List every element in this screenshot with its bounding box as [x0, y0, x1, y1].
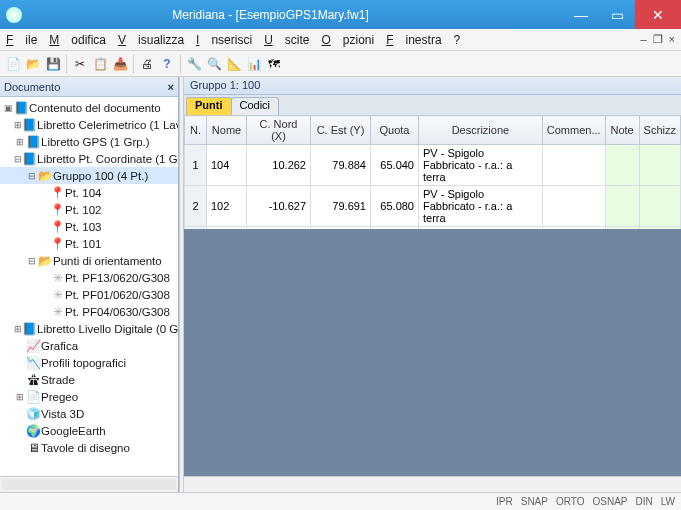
- cell-est[interactable]: 79.884: [311, 145, 371, 186]
- tree-pregeo[interactable]: ⊞📄Pregeo: [0, 388, 178, 405]
- menu-finestra[interactable]: Finestra: [386, 33, 441, 47]
- tree-pt-101[interactable]: 📍Pt. 101: [0, 235, 178, 252]
- cell-note[interactable]: [605, 186, 639, 227]
- mdi-minimize-icon[interactable]: –: [640, 33, 646, 46]
- document-tree[interactable]: ▣📘Contenuto del documento ⊞📘Libretto Cel…: [0, 97, 178, 476]
- tool5-icon[interactable]: 🗺: [265, 55, 283, 73]
- cell-nord[interactable]: -10.627: [247, 186, 311, 227]
- tree-pf04[interactable]: ✳Pt. PF04/0630/G308: [0, 303, 178, 320]
- cell-nome[interactable]: 102: [207, 186, 247, 227]
- paste-icon[interactable]: 📥: [111, 55, 129, 73]
- menu-help[interactable]: ?: [454, 33, 461, 47]
- star-icon: ✳: [50, 305, 65, 319]
- menu-inserisci[interactable]: Inserisci: [196, 33, 252, 47]
- cell-commenti[interactable]: [542, 186, 605, 227]
- tree-libretto-gps[interactable]: ⊞📘Libretto GPS (1 Grp.): [0, 133, 178, 150]
- cell-n[interactable]: 1: [185, 145, 207, 186]
- col-note[interactable]: Note: [605, 116, 639, 145]
- status-snap[interactable]: SNAP: [521, 496, 548, 507]
- cell-descrizione[interactable]: PV - Spigolo Fabbricato - r.a.: a terra: [419, 186, 543, 227]
- mdi-close-icon[interactable]: ×: [669, 33, 675, 46]
- tree-pf13[interactable]: ✳Pt. PF13/0620/G308: [0, 269, 178, 286]
- tree-grafica[interactable]: 📈Grafica: [0, 337, 178, 354]
- tab-punti[interactable]: Punti: [186, 97, 232, 115]
- menu-opzioni[interactable]: Opzioni: [321, 33, 374, 47]
- mdi-restore-icon[interactable]: ❐: [653, 33, 663, 46]
- tree-pt-102[interactable]: 📍Pt. 102: [0, 201, 178, 218]
- status-lw[interactable]: LW: [661, 496, 675, 507]
- menu-file[interactable]: File: [6, 33, 37, 47]
- cell-nome[interactable]: 104: [207, 145, 247, 186]
- status-orto[interactable]: ORTO: [556, 496, 585, 507]
- col-est[interactable]: C. Est (Y): [311, 116, 371, 145]
- cell-schizzi[interactable]: [639, 186, 680, 227]
- drawing-icon: 🖥: [26, 441, 41, 455]
- folder-open-icon: 📂: [38, 254, 53, 268]
- road-icon: 🛣: [26, 373, 41, 387]
- minimize-button[interactable]: —: [563, 0, 599, 29]
- col-descrizione[interactable]: Descrizione: [419, 116, 543, 145]
- document-panel-scrollbar[interactable]: [0, 476, 178, 492]
- status-ipr[interactable]: IPR: [496, 496, 513, 507]
- help-icon[interactable]: ?: [158, 55, 176, 73]
- toolbar: 📄 📂 💾 ✂ 📋 📥 🖨 ? 🔧 🔍 📐 📊 🗺: [0, 51, 681, 77]
- save-icon[interactable]: 💾: [44, 55, 62, 73]
- tree-googleearth[interactable]: 🌍GoogleEarth: [0, 422, 178, 439]
- status-din[interactable]: DIN: [636, 496, 653, 507]
- tree-punti-orientamento[interactable]: ⊟📂Punti di orientamento: [0, 252, 178, 269]
- tree-libretto-celerimetrico[interactable]: ⊞📘Libretto Celerimetrico (1 Lav.): [0, 116, 178, 133]
- document-panel-header: Documento ×: [0, 77, 178, 97]
- col-commenti[interactable]: Commen...: [542, 116, 605, 145]
- cell-note[interactable]: [605, 145, 639, 186]
- col-nome[interactable]: Nome: [207, 116, 247, 145]
- menubar: File Modifica Visualizza Inserisci Uscit…: [0, 29, 681, 51]
- pin-icon: 📍: [50, 237, 65, 251]
- maximize-button[interactable]: ▭: [599, 0, 635, 29]
- col-quota[interactable]: Quota: [371, 116, 419, 145]
- cell-quota[interactable]: 65.040: [371, 145, 419, 186]
- tool-icon[interactable]: 🔧: [185, 55, 203, 73]
- table-row[interactable]: 110410.26279.88465.040PV - Spigolo Fabbr…: [185, 145, 681, 186]
- cell-descrizione[interactable]: PV - Spigolo Fabbricato - r.a.: a terra: [419, 145, 543, 186]
- tree-root[interactable]: ▣📘Contenuto del documento: [0, 99, 178, 116]
- folder-open-icon: 📂: [38, 169, 53, 183]
- cell-est[interactable]: 79.691: [311, 186, 371, 227]
- cell-quota[interactable]: 65.080: [371, 186, 419, 227]
- tree-profili[interactable]: 📉Profili topografici: [0, 354, 178, 371]
- tool4-icon[interactable]: 📊: [245, 55, 263, 73]
- cell-n[interactable]: 2: [185, 186, 207, 227]
- open-icon[interactable]: 📂: [24, 55, 42, 73]
- tree-vista3d[interactable]: 🧊Vista 3D: [0, 405, 178, 422]
- cell-schizzi[interactable]: [639, 145, 680, 186]
- tree-pf01[interactable]: ✳Pt. PF01/0620/G308: [0, 286, 178, 303]
- content-scrollbar[interactable]: [184, 476, 681, 492]
- cut-icon[interactable]: ✂: [71, 55, 89, 73]
- menu-modifica[interactable]: Modifica: [49, 33, 106, 47]
- status-osnap[interactable]: OSNAP: [592, 496, 627, 507]
- tree-libretto-coordinate[interactable]: ⊟📘Libretto Pt. Coordinate (1 Grup.: [0, 150, 178, 167]
- print-icon[interactable]: 🖨: [138, 55, 156, 73]
- tree-libretto-livello[interactable]: ⊞📘Libretto Livello Digitale (0 Grup: [0, 320, 178, 337]
- tree-pt-103[interactable]: 📍Pt. 103: [0, 218, 178, 235]
- new-icon[interactable]: 📄: [4, 55, 22, 73]
- copy-icon[interactable]: 📋: [91, 55, 109, 73]
- cell-nord[interactable]: 10.262: [247, 145, 311, 186]
- globe-icon: 🌍: [26, 424, 41, 438]
- tab-codici[interactable]: Codici: [231, 97, 280, 115]
- close-button[interactable]: ✕: [635, 0, 681, 29]
- document-panel-close-icon[interactable]: ×: [168, 81, 174, 93]
- tool3-icon[interactable]: 📐: [225, 55, 243, 73]
- tree-tavole[interactable]: 🖥Tavole di disegno: [0, 439, 178, 456]
- tree-pt-104[interactable]: 📍Pt. 104: [0, 184, 178, 201]
- col-nord[interactable]: C. Nord (X): [247, 116, 311, 145]
- cell-commenti[interactable]: [542, 145, 605, 186]
- tree-strade[interactable]: 🛣Strade: [0, 371, 178, 388]
- tree-gruppo-100[interactable]: ⊟📂Gruppo 100 (4 Pt.): [0, 167, 178, 184]
- table-row[interactable]: 2102-10.62779.69165.080PV - Spigolo Fabb…: [185, 186, 681, 227]
- tool2-icon[interactable]: 🔍: [205, 55, 223, 73]
- book-icon: 📘: [22, 118, 37, 132]
- col-schizzi[interactable]: Schizz: [639, 116, 680, 145]
- col-n[interactable]: N.: [185, 116, 207, 145]
- menu-uscite[interactable]: Uscite: [264, 33, 309, 47]
- menu-visualizza[interactable]: Visualizza: [118, 33, 184, 47]
